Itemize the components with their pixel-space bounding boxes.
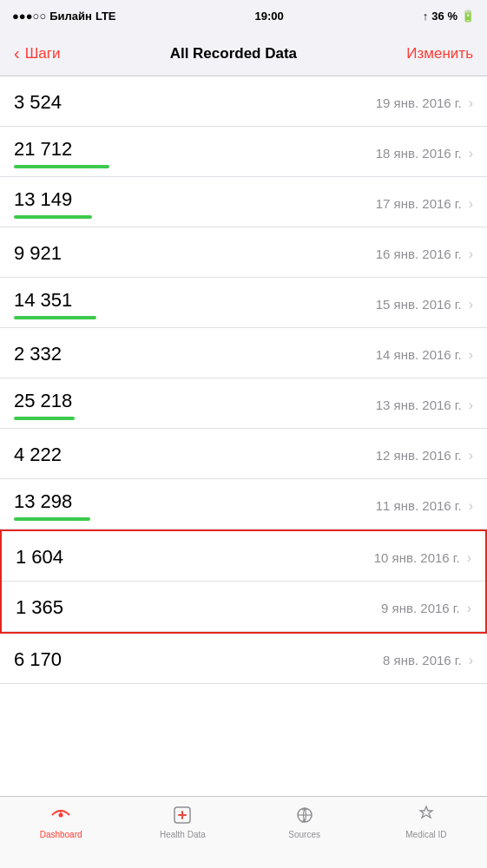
progress-bar <box>14 165 109 168</box>
tab-health-data-label: Health Data <box>160 830 206 839</box>
chevron-right-icon: › <box>469 347 473 363</box>
item-value: 21 712 <box>14 138 109 161</box>
table-row[interactable]: 13 29811 янв. 2016 г.› <box>0 479 487 529</box>
chevron-right-icon: › <box>469 247 473 262</box>
table-row[interactable]: 21 71218 янв. 2016 г.› <box>0 127 487 177</box>
table-row[interactable]: 9 92116 янв. 2016 г.› <box>0 227 487 278</box>
status-time: 19:00 <box>255 10 284 23</box>
item-date: 13 янв. 2016 г. <box>376 398 462 412</box>
chevron-right-icon: › <box>469 95 473 111</box>
battery-icon: 🔋 <box>461 10 475 23</box>
status-right: ↑ 36 % 🔋 <box>423 10 475 23</box>
item-left: 13 298 <box>14 490 90 521</box>
progress-bar <box>14 517 90 521</box>
item-right: 15 янв. 2016 г.› <box>376 297 473 312</box>
svg-point-0 <box>59 813 63 818</box>
item-value: 14 351 <box>14 289 96 312</box>
sources-icon <box>293 804 316 826</box>
tab-sources[interactable]: Sources <box>244 804 365 839</box>
tab-dashboard[interactable]: Dashboard <box>0 804 122 839</box>
table-row[interactable]: 1 3659 янв. 2016 г.› <box>2 582 485 632</box>
item-left: 6 170 <box>14 648 62 671</box>
network-type-label: LTE <box>95 10 116 23</box>
item-date: 11 янв. 2016 г. <box>376 498 462 513</box>
item-value: 9 921 <box>14 242 62 265</box>
chevron-right-icon: › <box>469 196 473 212</box>
item-value: 6 170 <box>14 648 62 671</box>
item-value: 1 365 <box>16 596 63 619</box>
item-value: 13 298 <box>14 490 90 513</box>
item-value: 13 149 <box>14 188 92 211</box>
item-right: 10 янв. 2016 г.› <box>374 550 471 566</box>
item-date: 18 янв. 2016 г. <box>376 146 462 161</box>
item-right: 19 янв. 2016 г.› <box>376 95 473 111</box>
item-right: 17 янв. 2016 г.› <box>376 196 473 212</box>
item-right: 14 янв. 2016 г.› <box>376 347 473 363</box>
table-row[interactable]: 13 14917 янв. 2016 г.› <box>0 177 487 227</box>
back-chevron-icon: ‹ <box>14 43 20 63</box>
tab-bar: Dashboard Health Data Sources Medical ID <box>0 796 487 868</box>
item-date: 9 янв. 2016 г. <box>381 601 460 615</box>
item-date: 12 янв. 2016 г. <box>376 448 462 463</box>
chevron-right-icon: › <box>469 448 473 464</box>
chevron-right-icon: › <box>469 498 473 514</box>
item-left: 1 604 <box>16 546 63 569</box>
chevron-right-icon: › <box>467 601 471 616</box>
table-row[interactable]: 4 22212 янв. 2016 г.› <box>0 429 487 479</box>
tab-dashboard-label: Dashboard <box>40 830 82 839</box>
item-right: 11 янв. 2016 г.› <box>376 498 473 514</box>
item-left: 3 524 <box>14 91 62 114</box>
progress-bar <box>14 417 75 420</box>
item-date: 17 янв. 2016 г. <box>376 196 462 211</box>
progress-bar <box>14 215 92 219</box>
tab-medical-id[interactable]: Medical ID <box>365 804 487 839</box>
table-row[interactable]: 6 1708 янв. 2016 г.› <box>0 634 487 684</box>
item-value: 4 222 <box>14 444 62 466</box>
item-date: 16 янв. 2016 г. <box>376 247 462 261</box>
item-right: 16 янв. 2016 г.› <box>376 247 473 262</box>
item-right: 9 янв. 2016 г.› <box>381 601 471 616</box>
chevron-right-icon: › <box>469 297 473 312</box>
navigation-bar: ‹ Шаги All Recorded Data Изменить <box>0 31 487 76</box>
signal-dots: ●●●○○ <box>12 10 46 23</box>
item-date: 10 янв. 2016 г. <box>374 550 460 565</box>
item-left: 2 332 <box>14 343 62 365</box>
item-left: 9 921 <box>14 242 62 265</box>
data-list: 3 52419 янв. 2016 г.›21 71218 янв. 2016 … <box>0 76 487 796</box>
highlighted-group: 1 60410 янв. 2016 г.›1 3659 янв. 2016 г.… <box>0 529 487 634</box>
tab-medical-id-label: Medical ID <box>405 830 446 839</box>
back-label: Шаги <box>25 45 61 62</box>
tab-health-data[interactable]: Health Data <box>122 804 243 839</box>
table-row[interactable]: 2 33214 янв. 2016 г.› <box>0 328 487 378</box>
chevron-right-icon: › <box>469 146 473 161</box>
chevron-right-icon: › <box>469 653 473 668</box>
item-right: 8 янв. 2016 г.› <box>383 653 473 668</box>
table-row[interactable]: 14 35115 янв. 2016 г.› <box>0 278 487 328</box>
edit-button[interactable]: Изменить <box>406 45 473 62</box>
medical-id-icon <box>415 804 438 826</box>
location-icon: ↑ <box>423 10 429 23</box>
chevron-right-icon: › <box>467 550 471 566</box>
item-left: 4 222 <box>14 444 62 466</box>
table-row[interactable]: 1 60410 янв. 2016 г.› <box>2 531 485 582</box>
item-left: 25 218 <box>14 390 75 420</box>
item-left: 14 351 <box>14 289 96 319</box>
item-left: 13 149 <box>14 188 92 219</box>
item-value: 1 604 <box>16 546 63 569</box>
item-value: 3 524 <box>14 91 62 114</box>
item-date: 8 янв. 2016 г. <box>383 653 462 667</box>
page-title: All Recorded Data <box>170 45 297 62</box>
carrier-label: Билайн <box>49 10 92 23</box>
tab-sources-label: Sources <box>288 830 320 839</box>
status-left: ●●●○○ Билайн LTE <box>12 10 116 23</box>
table-row[interactable]: 25 21813 янв. 2016 г.› <box>0 378 487 429</box>
item-right: 13 янв. 2016 г.› <box>376 398 473 413</box>
battery-label: 36 % <box>431 10 457 23</box>
progress-bar <box>14 316 96 319</box>
item-left: 21 712 <box>14 138 109 168</box>
item-value: 2 332 <box>14 343 62 365</box>
dashboard-icon <box>49 804 72 826</box>
back-button[interactable]: ‹ Шаги <box>14 43 60 63</box>
item-date: 15 янв. 2016 г. <box>376 297 462 312</box>
table-row[interactable]: 3 52419 янв. 2016 г.› <box>0 76 487 127</box>
